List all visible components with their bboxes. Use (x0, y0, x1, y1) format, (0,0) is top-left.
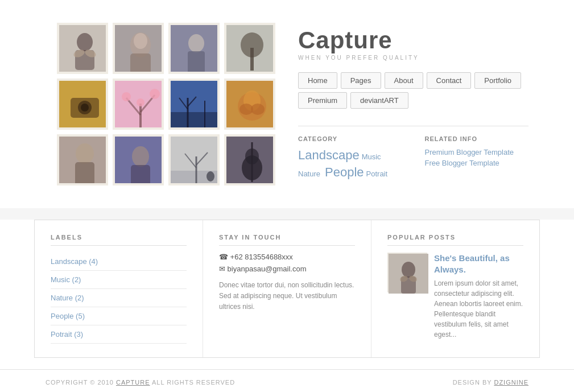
photo-3[interactable] (168, 23, 220, 74)
photo-2[interactable] (113, 23, 164, 74)
popular-post-title[interactable]: She's Beautiful, as Always. (434, 253, 523, 275)
svg-point-6 (130, 32, 151, 57)
blog-subtitle: WHEN YOU PREFER QUALITY (298, 55, 528, 61)
svg-point-38 (76, 143, 94, 164)
svg-rect-13 (250, 48, 254, 71)
svg-rect-12 (226, 25, 275, 74)
design-link[interactable]: DZIGNINE (494, 379, 528, 386)
photo-4[interactable] (224, 23, 275, 74)
svg-point-25 (137, 98, 144, 106)
popular-post-thumbnail[interactable] (387, 253, 427, 292)
popular-post-item: She's Beautiful, as Always. Lorem ipsum … (387, 253, 523, 340)
related-link-1[interactable]: Free Blogger Template (425, 159, 529, 167)
svg-point-3 (73, 48, 86, 59)
label-music[interactable]: Music (2) (51, 271, 187, 289)
design-label: DESIGN BY (453, 379, 492, 386)
nav-deviantart[interactable]: deviantART (350, 92, 408, 109)
rights-text: ALL RIGHTS RESERVED (152, 379, 235, 386)
related-links: Premium Blogger Template Free Blogger Te… (425, 148, 529, 167)
stay-in-touch-widget: STAY IN TOUCH ☎ +62 813554688xxx ✉ biyan… (203, 220, 371, 357)
photo-12[interactable] (224, 134, 275, 185)
svg-line-22 (141, 95, 155, 112)
related-link-0[interactable]: Premium Blogger Template (425, 148, 529, 156)
phone[interactable]: ☎ +62 813554688xxx (219, 253, 355, 261)
svg-point-50 (242, 155, 262, 180)
svg-point-54 (402, 262, 415, 278)
svg-rect-42 (131, 165, 150, 185)
category-column: CATEGORY Landscape Music Nature People P… (298, 135, 402, 180)
nav-premium[interactable]: Premium (298, 92, 347, 109)
svg-point-34 (243, 90, 261, 111)
label-people[interactable]: People (5) (51, 307, 187, 325)
blog-info: Capture WHEN YOU PREFER QUALITY Home Pag… (298, 23, 528, 185)
svg-line-47 (196, 152, 208, 165)
svg-point-41 (132, 146, 149, 167)
cat-potrait[interactable]: Potrait (366, 170, 388, 178)
svg-rect-49 (226, 137, 275, 185)
cat-landscape[interactable]: Landscape (298, 148, 360, 163)
svg-point-14 (241, 32, 263, 57)
photo-7[interactable] (168, 79, 220, 130)
popular-post-text: Lorem ipsum dolor sit amet, consectetur … (434, 278, 523, 340)
contact-description: Donec vitae tortor dui, non sollicitudin… (219, 280, 355, 313)
nav-home[interactable]: Home (298, 72, 337, 89)
svg-point-33 (238, 92, 266, 121)
stay-in-touch-title: STAY IN TOUCH (219, 234, 355, 246)
footer-site-link[interactable]: CAPTURE (116, 379, 150, 386)
footer-copyright: COPYRIGHT © 2010 CAPTURE ALL RIGHTS RESE… (46, 379, 235, 386)
svg-point-36 (251, 104, 265, 115)
svg-point-35 (239, 104, 253, 115)
label-landscape[interactable]: Landscape (4) (51, 253, 187, 271)
svg-rect-37 (59, 137, 108, 185)
svg-rect-0 (59, 25, 108, 74)
cat-nature[interactable]: Nature (298, 170, 320, 178)
nav-buttons: Home Pages About Contact Portfolio Premi… (298, 72, 528, 109)
main-wrapper: Capture WHEN YOU PREFER QUALITY Home Pag… (0, 0, 574, 392)
svg-point-51 (245, 148, 259, 164)
svg-rect-9 (171, 25, 220, 74)
popular-posts-widget: POPULAR POSTS She's Beautiful, as Always… (371, 220, 539, 357)
photo-8[interactable] (224, 79, 275, 130)
section-gap (0, 208, 574, 220)
nav-about[interactable]: About (385, 72, 423, 89)
svg-rect-32 (226, 81, 275, 130)
category-links: Landscape Music Nature People Potrait (298, 148, 402, 180)
copyright-text: COPYRIGHT © 2010 (46, 379, 114, 386)
photo-6[interactable] (113, 79, 164, 130)
svg-rect-5 (115, 25, 164, 74)
top-section: Capture WHEN YOU PREFER QUALITY Home Pag… (0, 0, 574, 208)
svg-point-4 (84, 48, 97, 59)
photo-10[interactable] (113, 134, 164, 185)
svg-rect-19 (115, 81, 164, 130)
nav-contact[interactable]: Contact (427, 72, 472, 89)
label-potrait[interactable]: Potrait (3) (51, 325, 187, 344)
nav-pages[interactable]: Pages (341, 72, 381, 89)
footer-design: DESIGN BY DZIGNINE (453, 379, 528, 386)
svg-rect-11 (188, 51, 205, 74)
svg-rect-2 (75, 50, 94, 70)
photo-5[interactable] (57, 79, 108, 130)
email[interactable]: ✉ biyanpasau@gmail.com (219, 265, 355, 273)
label-nature[interactable]: Nature (2) (51, 289, 187, 307)
footer-bar: COPYRIGHT © 2010 CAPTURE ALL RIGHTS RESE… (0, 369, 574, 392)
related-column: RELATED INFO Premium Blogger Template Fr… (425, 135, 529, 180)
svg-rect-39 (75, 162, 94, 185)
svg-rect-8 (130, 53, 151, 74)
category-header: CATEGORY (298, 135, 402, 142)
svg-point-10 (188, 34, 204, 52)
labels-title: LABELS (51, 234, 187, 246)
photo-11[interactable] (168, 134, 220, 185)
photo-grid (57, 23, 275, 185)
cat-music[interactable]: Music (362, 152, 381, 161)
cat-people[interactable]: People (325, 165, 364, 180)
photo-1[interactable] (57, 23, 108, 74)
svg-rect-40 (115, 137, 164, 185)
svg-point-7 (134, 33, 147, 49)
svg-point-24 (150, 89, 160, 99)
labels-list: Landscape (4) Music (2) Nature (2) Peopl… (51, 253, 187, 344)
nav-portfolio[interactable]: Portfolio (474, 72, 521, 89)
footer-widgets: LABELS Landscape (4) Music (2) Nature (2… (34, 220, 540, 358)
svg-point-48 (207, 171, 214, 181)
photo-9[interactable] (57, 134, 108, 185)
svg-line-29 (179, 98, 188, 109)
